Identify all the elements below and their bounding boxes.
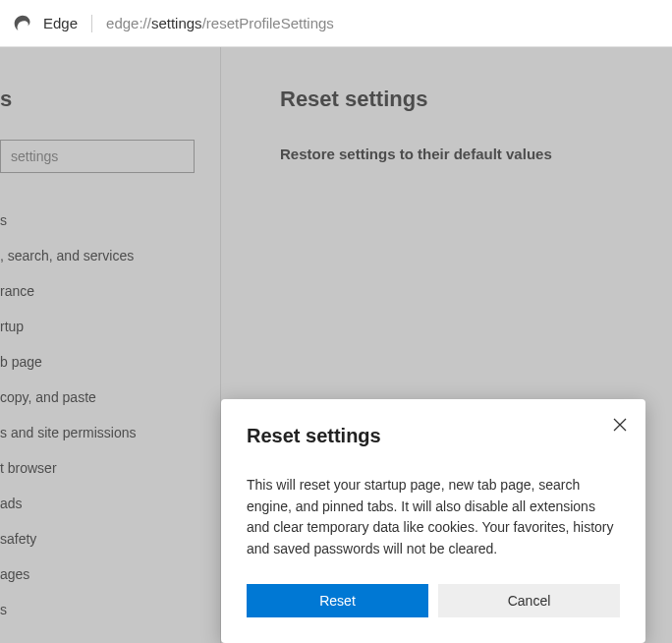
url-prefix: edge:// <box>106 15 151 31</box>
edge-logo-icon <box>12 13 33 34</box>
dialog-button-row: Reset Cancel <box>247 584 620 617</box>
reset-settings-dialog: Reset settings This will reset your star… <box>221 399 645 643</box>
close-icon[interactable] <box>610 415 630 435</box>
address-divider <box>91 15 92 32</box>
dialog-body-text: This will reset your startup page, new t… <box>247 475 620 560</box>
dialog-title: Reset settings <box>247 425 620 447</box>
url-suffix: /resetProfileSettings <box>202 15 334 31</box>
url-middle: settings <box>151 15 202 31</box>
cancel-button[interactable]: Cancel <box>438 584 620 617</box>
reset-button[interactable]: Reset <box>247 584 428 617</box>
url-display[interactable]: edge://settings/resetProfileSettings <box>106 15 334 31</box>
browser-label: Edge <box>43 15 78 31</box>
address-bar[interactable]: Edge edge://settings/resetProfileSetting… <box>0 0 672 47</box>
